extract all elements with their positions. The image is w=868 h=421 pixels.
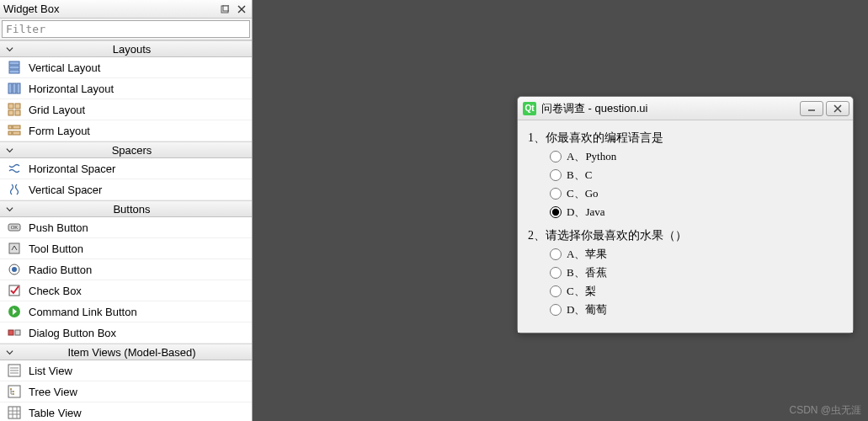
- q1-option-d[interactable]: D、Java: [550, 205, 843, 220]
- widget-item-list-view[interactable]: List View: [0, 360, 252, 381]
- widget-item-vertical-spacer[interactable]: Vertical Spacer: [0, 179, 252, 200]
- q1-option-b[interactable]: B、C: [550, 168, 843, 183]
- widget-name: Radio Button: [29, 264, 92, 276]
- category-header-layouts[interactable]: Layouts: [0, 40, 252, 57]
- form-title: 问卷调查 - question.ui: [541, 101, 797, 116]
- svg-rect-18: [9, 243, 19, 253]
- dock-icon[interactable]: [218, 3, 232, 16]
- widget-item-dialog-button-box[interactable]: Dialog Button Box: [0, 322, 252, 344]
- widget-item-vertical-layout[interactable]: Vertical Layout: [0, 57, 252, 78]
- option-label: C、梨: [567, 284, 596, 299]
- widget-item-tree-view[interactable]: Tree View: [0, 381, 252, 402]
- widget-name: Horizontal Spacer: [29, 163, 115, 175]
- widget-name: Dialog Button Box: [29, 327, 116, 339]
- radio-input[interactable]: [550, 248, 562, 260]
- tree-view-icon: [7, 384, 22, 399]
- chevron-down-icon: [3, 45, 15, 53]
- option-label: A、Python: [567, 149, 616, 164]
- widget-name: Horizontal Layout: [29, 83, 114, 95]
- radio-input[interactable]: [550, 206, 562, 218]
- option-label: C、Go: [567, 186, 599, 201]
- svg-rect-33: [8, 407, 20, 418]
- close-icon[interactable]: [235, 3, 248, 16]
- dialog-button-box-icon: [7, 325, 22, 340]
- grid-layout-icon: [7, 102, 22, 117]
- svg-rect-4: [9, 70, 19, 73]
- category-label: Spacers: [15, 144, 248, 157]
- widget-item-table-view[interactable]: Table View: [0, 402, 252, 421]
- svg-rect-5: [8, 83, 12, 93]
- category-header-item-views[interactable]: Item Views (Model-Based): [0, 344, 252, 360]
- radio-button-icon: [7, 262, 22, 277]
- svg-rect-0: [221, 6, 228, 13]
- q2-option-c[interactable]: C、梨: [550, 284, 843, 299]
- check-box-icon: [7, 283, 22, 298]
- widget-name: Form Layout: [29, 125, 90, 137]
- watermark: CSDN @虫无涯: [789, 403, 861, 418]
- widget-name: Vertical Spacer: [29, 184, 102, 196]
- widget-item-form-layout[interactable]: Form Layout: [0, 120, 252, 141]
- filter-input[interactable]: [2, 20, 250, 38]
- question-1-label: 1、你最喜欢的编程语言是: [528, 131, 843, 146]
- tool-button-icon: [7, 241, 22, 256]
- widget-box-titlebar: Widget Box: [0, 0, 252, 19]
- radio-input[interactable]: [550, 151, 562, 163]
- widget-item-command-link-button[interactable]: Command Link Button: [0, 301, 252, 322]
- form-window[interactable]: Qt 问卷调查 - question.ui 1、你最喜欢的编程语言是 A、Pyt…: [517, 96, 854, 333]
- svg-rect-24: [15, 330, 20, 335]
- designer-canvas[interactable]: Qt 问卷调查 - question.ui 1、你最喜欢的编程语言是 A、Pyt…: [253, 0, 868, 421]
- radio-input[interactable]: [550, 169, 562, 181]
- radio-input[interactable]: [550, 188, 562, 200]
- form-body[interactable]: 1、你最喜欢的编程语言是 A、Python B、C C、Go D、Java 2、…: [518, 120, 853, 333]
- svg-rect-2: [9, 61, 19, 65]
- q2-option-a[interactable]: A、苹果: [550, 247, 843, 262]
- form-titlebar[interactable]: Qt 问卷调查 - question.ui: [518, 97, 853, 120]
- svg-rect-6: [13, 83, 16, 93]
- widget-item-radio-button[interactable]: Radio Button: [0, 259, 252, 280]
- svg-rect-15: [13, 131, 20, 135]
- category-header-buttons[interactable]: Buttons: [0, 200, 252, 217]
- svg-rect-3: [9, 66, 19, 69]
- q1-option-c[interactable]: C、Go: [550, 186, 843, 201]
- radio-input[interactable]: [550, 285, 562, 297]
- q1-option-a[interactable]: A、Python: [550, 149, 843, 164]
- form-layout-icon: [7, 123, 22, 138]
- filter-row: [0, 19, 252, 40]
- command-link-icon: [7, 304, 22, 319]
- svg-rect-13: [13, 125, 20, 129]
- question-2-label: 2、请选择你最喜欢的水果（）: [528, 228, 843, 243]
- widget-item-push-button[interactable]: OK Push Button: [0, 217, 252, 238]
- widget-item-horizontal-spacer[interactable]: Horizontal Spacer: [0, 158, 252, 179]
- widget-name: Grid Layout: [29, 104, 85, 116]
- svg-rect-8: [8, 104, 13, 109]
- vertical-spacer-icon: [7, 182, 22, 197]
- horizontal-layout-icon: [7, 81, 22, 96]
- option-label: D、葡萄: [567, 302, 607, 317]
- radio-input[interactable]: [550, 267, 562, 279]
- widget-name: Command Link Button: [29, 306, 137, 318]
- widget-name: Check Box: [29, 285, 82, 297]
- minimize-button[interactable]: [800, 101, 823, 116]
- widget-item-tool-button[interactable]: Tool Button: [0, 238, 252, 259]
- close-button[interactable]: [826, 101, 849, 116]
- svg-rect-9: [15, 104, 20, 109]
- vertical-layout-icon: [7, 60, 22, 75]
- widget-item-check-box[interactable]: Check Box: [0, 280, 252, 301]
- list-view-icon: [7, 363, 22, 378]
- widget-name: Tree View: [29, 386, 77, 398]
- category-header-spacers[interactable]: Spacers: [0, 141, 252, 158]
- svg-point-20: [12, 267, 17, 272]
- q2-option-d[interactable]: D、葡萄: [550, 302, 843, 317]
- svg-rect-12: [8, 125, 12, 129]
- widget-box-title: Widget Box: [3, 3, 215, 15]
- q2-option-b[interactable]: B、香蕉: [550, 265, 843, 280]
- horizontal-spacer-icon: [7, 161, 22, 176]
- widget-item-grid-layout[interactable]: Grid Layout: [0, 99, 252, 120]
- radio-input[interactable]: [550, 304, 562, 316]
- svg-rect-10: [8, 110, 13, 115]
- push-button-icon: OK: [7, 220, 22, 235]
- option-label: A、苹果: [567, 247, 607, 262]
- widget-item-horizontal-layout[interactable]: Horizontal Layout: [0, 78, 252, 99]
- svg-rect-14: [8, 131, 12, 135]
- chevron-down-icon: [3, 349, 15, 356]
